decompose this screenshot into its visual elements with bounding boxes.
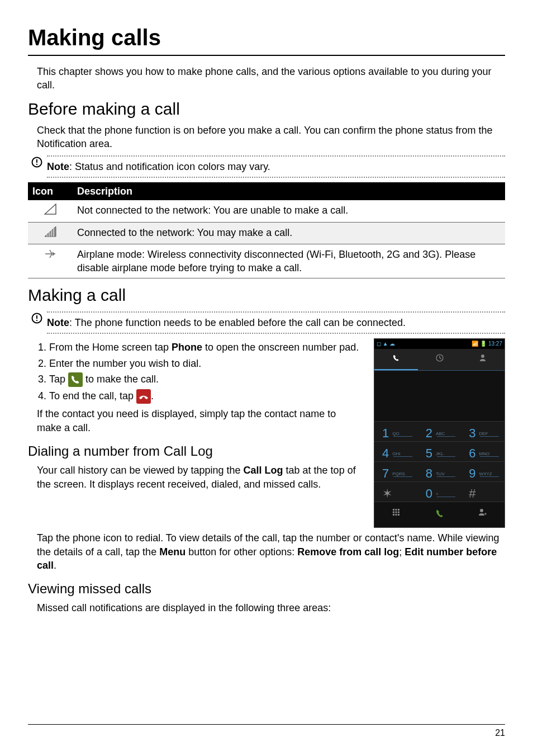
phone-screenshot: ◻ ▲ ☁ 📶 🔋 13:27 1QO 2ABC 3DEF 4GHI 5JKL … xyxy=(374,338,505,528)
svg-rect-1 xyxy=(36,159,37,163)
row-desc: Connected to the network: You may make a… xyxy=(73,222,505,244)
svg-point-7 xyxy=(481,355,484,358)
note-label: Note xyxy=(47,161,69,172)
table-row: Not connected to the network: You are un… xyxy=(28,200,505,222)
key-6[interactable]: 6MNO xyxy=(461,441,505,461)
note-block: Note: The phone function needs to be ena… xyxy=(28,311,505,334)
tab-dialer[interactable] xyxy=(374,349,418,370)
note-text: : Status and notification icon colors ma… xyxy=(69,161,270,172)
alert-icon xyxy=(31,313,42,327)
page-footer: 21 xyxy=(28,724,505,739)
key-7[interactable]: 7PQRS xyxy=(374,461,418,481)
before-text: Check that the phone function is on befo… xyxy=(37,124,505,151)
dialing-p2: Tap the phone icon to redial. To view de… xyxy=(37,531,505,572)
table-row: Airplane mode: Wireless connectivity dis… xyxy=(28,244,505,278)
svg-rect-14 xyxy=(393,514,394,516)
svg-point-17 xyxy=(480,509,483,512)
svg-rect-5 xyxy=(36,320,37,321)
key-0[interactable]: 0+ xyxy=(418,481,461,502)
note-label: Note xyxy=(47,317,69,328)
add-contact-button[interactable] xyxy=(461,502,505,528)
end-call-icon xyxy=(136,389,151,404)
step-item: Enter the number you wish to dial. xyxy=(49,357,363,370)
key-3[interactable]: 3DEF xyxy=(461,421,505,441)
svg-rect-15 xyxy=(395,514,397,516)
svg-rect-10 xyxy=(398,509,399,511)
key-5[interactable]: 5JKL xyxy=(418,441,461,461)
call-icon xyxy=(68,372,83,387)
statusbar-right: 📶 🔋 13:27 xyxy=(472,340,502,348)
svg-rect-9 xyxy=(395,509,397,511)
page-title: Making calls xyxy=(28,22,505,56)
svg-rect-2 xyxy=(36,164,37,165)
contact-text: If the contact you need is displayed, si… xyxy=(37,407,363,434)
dialing-heading: Dialing a number from Call Log xyxy=(28,442,363,460)
svg-rect-11 xyxy=(393,511,394,513)
svg-rect-12 xyxy=(395,511,397,513)
step-item: To end the call, tap . xyxy=(49,389,363,404)
table-row: Connected to the network: You may make a… xyxy=(28,222,505,244)
icon-table: Icon Description Not connected to the ne… xyxy=(28,182,505,278)
note-text: : The phone function needs to be enabled… xyxy=(69,317,406,328)
key-1[interactable]: 1QO xyxy=(374,421,418,441)
grid-button[interactable] xyxy=(374,502,418,528)
missed-text: Missed call notifications are displayed … xyxy=(37,601,505,615)
intro-text: This chapter shows you how to make phone… xyxy=(37,65,505,92)
svg-rect-4 xyxy=(36,315,37,319)
keypad: 1QO 2ABC 3DEF 4GHI 5JKL 6MNO 7PQRS 8TUV … xyxy=(374,421,505,502)
steps-list: From the Home screen tap Phone to open t… xyxy=(37,341,363,404)
key-hash[interactable]: # xyxy=(461,481,505,502)
row-desc: Airplane mode: Wireless connectivity dis… xyxy=(73,244,505,278)
making-heading: Making a call xyxy=(28,284,505,307)
signal-empty-icon xyxy=(28,200,73,222)
airplane-icon xyxy=(28,244,73,278)
svg-rect-16 xyxy=(398,514,399,516)
statusbar-left: ◻ ▲ ☁ xyxy=(377,340,395,348)
alert-icon xyxy=(31,157,42,171)
tab-contacts[interactable] xyxy=(461,349,505,370)
col-icon-header: Icon xyxy=(28,182,73,200)
page-number: 21 xyxy=(495,728,505,738)
key-8[interactable]: 8TUV xyxy=(418,461,461,481)
dialing-p1: Your call history can be viewed by tappi… xyxy=(37,464,363,491)
step-item: From the Home screen tap Phone to open t… xyxy=(49,341,363,354)
key-2[interactable]: 2ABC xyxy=(418,421,461,441)
step-item: Tap to make the call. xyxy=(49,372,363,387)
svg-rect-13 xyxy=(398,511,399,513)
dial-display xyxy=(374,371,505,421)
key-9[interactable]: 9WXYZ xyxy=(461,461,505,481)
note-block: Note: Status and notification icon color… xyxy=(28,155,505,178)
svg-rect-8 xyxy=(393,509,394,511)
tab-recent[interactable] xyxy=(418,349,461,370)
col-desc-header: Description xyxy=(73,182,505,200)
call-button[interactable] xyxy=(418,502,461,528)
key-star[interactable]: ✶ xyxy=(374,481,418,502)
signal-full-icon xyxy=(28,222,73,244)
row-desc: Not connected to the network: You are un… xyxy=(73,200,505,222)
missed-heading: Viewing missed calls xyxy=(28,580,505,598)
key-4[interactable]: 4GHI xyxy=(374,441,418,461)
before-heading: Before making a call xyxy=(28,98,505,121)
